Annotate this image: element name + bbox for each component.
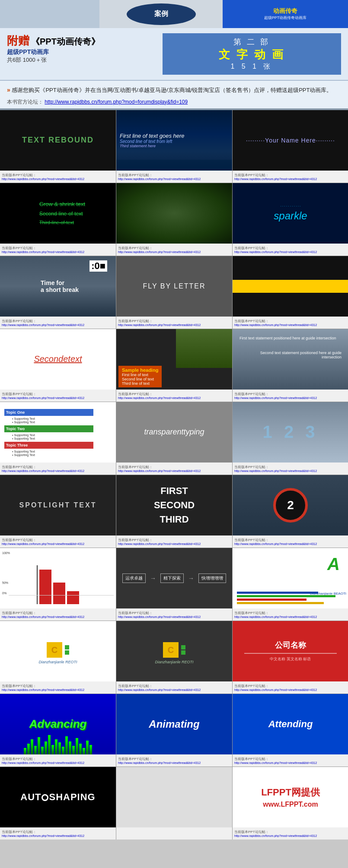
- footer-link-1[interactable]: http://www.rapidbbs.cn/forum.php?mod=vie…: [118, 177, 230, 181]
- footer-link-14[interactable]: http://www.rapidbbs.cn/forum.php?mod=vie…: [234, 469, 347, 472]
- thumb-clock[interactable]: 2 当前版本PPT论坛帖： http://www.rapidbbs.cn/for…: [233, 475, 348, 548]
- footer-link-9[interactable]: http://www.rapidbbs.cn/forum.php?mod=vie…: [2, 396, 114, 399]
- footer-link-2[interactable]: http://www.rapidbbs.cn/forum.php?mod=vie…: [234, 177, 347, 181]
- footer-label-16: 当前版本PPT论坛帖：: [118, 538, 230, 542]
- footer-link-26[interactable]: http://www.rapidbbs.cn/forum.php?mod=vie…: [234, 761, 347, 764]
- footer-link-22[interactable]: http://www.rapidbbs.cn/forum.php?mod=vie…: [118, 688, 230, 691]
- footer-link-7[interactable]: http://www.rapidbbs.cn/forum.php?mod=vie…: [118, 323, 230, 326]
- footer-label-9: 当前版本PPT论坛帖：: [2, 392, 114, 396]
- footer-link-21[interactable]: http://www.rapidbbs.cn/forum.php?mod=vie…: [2, 688, 114, 691]
- thumb-letter-a[interactable]: A Dianzhanjianle BEAOTI 当前版本PPT论坛帖： http…: [233, 548, 348, 621]
- footer-link-20[interactable]: http://www.rapidbbs.cn/forum.php?mod=vie…: [234, 615, 347, 618]
- thumb-spotlight-txt[interactable]: C Dianzhanjianle REOTI 当前版本PPT论坛帖： http:…: [0, 621, 116, 694]
- first-line-t1: First line of text goes here: [120, 133, 229, 139]
- footer-link-0[interactable]: http://www.rapidbbs.cn/forum.php?mod=vie…: [2, 177, 114, 181]
- first-text-stmt-t1: First text statement positioned here at …: [236, 333, 340, 344]
- topic-bar-2: Topic Two: [4, 425, 93, 432]
- footer-link-15[interactable]: http://www.rapidbbs.cn/forum.php?mod=vie…: [2, 542, 114, 545]
- sample-heading-l3: Third line of text: [122, 381, 158, 386]
- thumb-flow[interactable]: 运求卓越 → 精下探索 → 快增增增增 当前版本PPT论坛帖： http://w…: [116, 548, 232, 621]
- spotlight-txt2-sq-2: [181, 650, 185, 655]
- footer-link-3[interactable]: http://www.rapidbbs.cn/forum.php?mod=vie…: [2, 250, 114, 253]
- footer-link-13[interactable]: http://www.rapidbbs.cn/forum.php?mod=vie…: [118, 469, 230, 472]
- thumb-fly-letter[interactable]: FLY BY LETTER 当前版本PPT论坛帖： http://www.rap…: [116, 256, 232, 329]
- footer-link-8[interactable]: http://www.rapidbbs.cn/forum.php?mod=vie…: [234, 323, 347, 326]
- footer-link-4[interactable]: http://www.rapidbbs.cn/forum.php?mod=vie…: [118, 250, 230, 253]
- book-title: 《PPT动画传奇》: [31, 36, 100, 48]
- thumb-grow-shrink[interactable]: Grow & shrink text Second-line-of-text T…: [0, 183, 116, 256]
- thumb-spotlight[interactable]: SPOTLIGHT TEXT 当前版本PPT论坛帖： http://www.ra…: [0, 475, 116, 548]
- footer-link-24[interactable]: http://www.rapidbbs.cn/forum.php?mod=vie…: [2, 761, 114, 764]
- thumb-footer-3: 当前版本PPT论坛帖： http://www.rapidbbs.cn/forum…: [0, 244, 116, 256]
- thumb-nums-123[interactable]: 1 2 3 当前版本PPT论坛帖： http://www.rapidbbs.cn…: [233, 402, 348, 475]
- info-right: 第 二 部 文 字 动 画 1 5 1 张: [163, 33, 341, 75]
- thumb-animating[interactable]: Animating 当前版本PPT论坛帖： http://www.rapidbb…: [116, 694, 232, 767]
- rise-up-bar: RISE UP & SHRINK: [233, 280, 348, 293]
- advancing-text: Advancing: [29, 717, 87, 731]
- topic-sub-2a: • Supporting Text: [9, 434, 93, 437]
- footer-link-5[interactable]: http://www.rapidbbs.cn/forum.php?mod=vie…: [234, 250, 347, 253]
- footer-label-20: 当前版本PPT论坛帖：: [234, 611, 347, 615]
- thumb-rise-up[interactable]: RISE UP & SHRINK 当前版本PPT论坛帖： http://www.…: [233, 256, 348, 329]
- thumb-chart[interactable]: 100% 50% 0% 当前版本PPT论坛帖： http://www.rapid…: [0, 548, 116, 621]
- footer-link-6[interactable]: http://www.rapidbbs.cn/forum.php?mod=vie…: [2, 323, 114, 326]
- thumb-footer-29: 当前版本PPT论坛帖： http://www.rapidbbs.cn/forum…: [233, 827, 348, 839]
- thumb-your-name[interactable]: ·········Your Name Here········· 当前版本PPT…: [233, 110, 348, 183]
- spotlight-sq-2: [65, 650, 69, 655]
- thumb-first-second[interactable]: FIRSTSECONDTHIRD 当前版本PPT论坛帖： http://www.…: [116, 475, 232, 548]
- top-small-banner: 案例 动画传奇 超级PPT动画传奇动画库: [0, 0, 348, 28]
- thumb-footer-17: 当前版本PPT论坛帖： http://www.rapidbbs.cn/forum…: [233, 535, 348, 548]
- thumb-footer-24: 当前版本PPT论坛帖： http://www.rapidbbs.cn/forum…: [0, 754, 116, 767]
- flow-text-1: 运求卓越: [122, 573, 146, 583]
- lfppt-title: LFPPT网提供: [261, 786, 320, 799]
- rise-up-text: RISE UP & SHRINK: [256, 283, 325, 290]
- footer-link-17[interactable]: http://www.rapidbbs.cn/forum.php?mod=vie…: [234, 542, 347, 545]
- thumb-first-line[interactable]: First line of text goes here Second line…: [116, 110, 232, 183]
- desc-arrow: »: [7, 86, 10, 93]
- your-name-text: ·········Your Name Here·········: [246, 137, 335, 144]
- footer-link-27[interactable]: http://www.rapidbbs.cn/forum.php?mod=vie…: [2, 834, 114, 837]
- thumb-advancing[interactable]: Advancing 当前版本PPT论坛帖： http://www.rapidbb…: [0, 694, 116, 767]
- thumb-first-text-stmt[interactable]: First text statement positioned here at …: [233, 329, 348, 402]
- thumb-attending[interactable]: Attending 当前版本PPT论坛帖： http://www.rapidbb…: [233, 694, 348, 767]
- thumb-forest[interactable]: 当前版本PPT论坛帖： http://www.rapidbbs.cn/forum…: [116, 183, 232, 256]
- thumb-footer-27: 当前版本PPT论坛帖： http://www.rapidbbs.cn/forum…: [0, 827, 116, 839]
- sample-heading-l1: First line of text: [122, 373, 158, 377]
- info-section: 附赠 《PPT动画传奇》 超级PPT动画库 共6部 1000＋张 第 二 部 文…: [0, 28, 348, 80]
- footer-link-29[interactable]: http://www.rapidbbs.cn/forum.php?mod=vie…: [234, 834, 347, 837]
- chart-bar-3: [67, 591, 79, 604]
- short-break-num: :0■: [89, 260, 107, 272]
- thumb-lfppt[interactable]: LFPPT网提供 www.LFPPT.com 当前版本PPT论坛帖： http:…: [233, 767, 348, 839]
- thumb-footer-11: 当前版本PPT论坛帖： http://www.rapidbbs.cn/forum…: [233, 390, 348, 402]
- flow-text-3: 快增增增增: [198, 573, 226, 583]
- footer-label-29: 当前版本PPT论坛帖：: [234, 830, 347, 834]
- thumb-text-rebound[interactable]: TEXT REBOUND 当前版本PPT论坛帖： http://www.rapi…: [0, 110, 116, 183]
- sparkle-text: sparkle: [274, 210, 307, 222]
- topic-sub-3a: • Supporting Text: [9, 450, 93, 453]
- thumb-sparkle[interactable]: · · · · · · · · · · · sparkle 当前版本PPT论坛帖…: [233, 183, 348, 256]
- footer-link-12[interactable]: http://www.rapidbbs.cn/forum.php?mod=vie…: [2, 469, 114, 472]
- footer-link-19[interactable]: http://www.rapidbbs.cn/forum.php?mod=vie…: [118, 615, 230, 618]
- thumb-autoshaping[interactable]: AUTSHAPING 当前版本PPT论坛帖： http://www.rapidb…: [0, 767, 116, 839]
- thumb-topic[interactable]: Topic One • Supporting Text • Supporting…: [0, 402, 116, 475]
- chart-label-100: 100%: [2, 551, 10, 554]
- footer-link-11[interactable]: http://www.rapidbbs.cn/forum.php?mod=vie…: [234, 396, 347, 399]
- footer-link-25[interactable]: http://www.rapidbbs.cn/forum.php?mod=vie…: [118, 761, 230, 764]
- thumb-company[interactable]: 公司名称 中文名称 英文名称 标语 当前版本PPT论坛帖： http://www…: [233, 621, 348, 694]
- footer-link-18[interactable]: http://www.rapidbbs.cn/forum.php?mod=vie…: [2, 615, 114, 618]
- footer-label-11: 当前版本PPT论坛帖：: [234, 392, 347, 396]
- thumb-spotlight-txt2[interactable]: C Dianzhanjianle REOTI 当前版本PPT论坛帖： http:…: [116, 621, 232, 694]
- footer-link-10[interactable]: http://www.rapidbbs.cn/forum.php?mod=vie…: [118, 396, 230, 399]
- footer-link-16[interactable]: http://www.rapidbbs.cn/forum.php?mod=vie…: [118, 542, 230, 545]
- thumb-second-text[interactable]: Secondetext 当前版本PPT论坛帖： http://www.rapid…: [0, 329, 116, 402]
- footer-link-23[interactable]: http://www.rapidbbs.cn/forum.php?mod=vie…: [234, 688, 347, 691]
- thumb-footer-4: 当前版本PPT论坛帖： http://www.rapidbbs.cn/forum…: [116, 244, 232, 256]
- thumb-sample-heading[interactable]: Sample heading First line of text Second…: [116, 329, 232, 402]
- thumb-trans[interactable]: transparenttyping 当前版本PPT论坛帖： http://www…: [116, 402, 232, 475]
- footer-label-22: 当前版本PPT论坛帖：: [118, 684, 230, 688]
- thumb-footer-7: 当前版本PPT论坛帖： http://www.rapidbbs.cn/forum…: [116, 317, 232, 329]
- thumb-short-break[interactable]: :0■ Time fora short break 当前版本PPT论坛帖： ht…: [0, 256, 116, 329]
- chart-label-0: 0%: [2, 592, 6, 595]
- forum-link[interactable]: http://www.rapidbbs.cn/forum.php?mod=for…: [45, 99, 188, 105]
- second-text-label: Secondetext: [34, 354, 82, 364]
